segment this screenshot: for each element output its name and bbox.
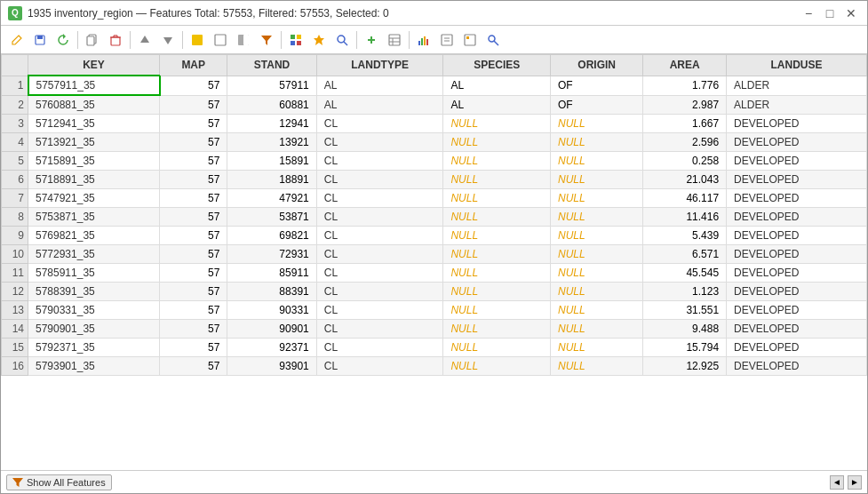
key-cell[interactable]: 5792371_35 — [28, 339, 160, 357]
landtype-column-header[interactable]: LANDTYPE — [316, 55, 443, 76]
table-row[interactable]: 125788391_355788391CLNULLNULL1.123DEVELO… — [2, 283, 867, 301]
origin-cell: NULL — [551, 227, 643, 245]
scroll-left-button[interactable]: ◄ — [830, 475, 844, 490]
key-column-header[interactable]: KEY — [28, 55, 160, 76]
key-cell[interactable]: 5715891_35 — [28, 152, 160, 171]
zoom-to-selection-button[interactable] — [331, 29, 353, 51]
stand-cell: 18891 — [227, 171, 316, 189]
key-cell[interactable]: 5718891_35 — [28, 171, 160, 189]
conditional-format-button[interactable] — [285, 29, 307, 51]
deselect-button[interactable] — [210, 29, 231, 51]
table-row[interactable]: 145790901_355790901CLNULLNULL9.488DEVELO… — [2, 320, 867, 339]
svg-rect-20 — [297, 41, 301, 45]
key-cell[interactable]: 5769821_35 — [28, 227, 160, 245]
table-row[interactable]: 115785911_355785911CLNULLNULL45.545DEVEL… — [2, 264, 867, 283]
svg-marker-10 — [140, 36, 149, 43]
stats-button[interactable] — [413, 29, 434, 51]
species-cell: AL — [443, 76, 551, 95]
landuse-cell: DEVELOPED — [727, 189, 867, 208]
table-row[interactable]: 165793901_355793901CLNULLNULL12.925DEVEL… — [2, 357, 867, 376]
area-cell: 6.571 — [643, 245, 727, 264]
move-up-button[interactable] — [134, 29, 155, 51]
row-number: 11 — [2, 264, 28, 283]
map-cell: 57 — [160, 95, 227, 115]
maximize-button[interactable]: □ — [821, 4, 839, 22]
invert-selection-button[interactable] — [233, 29, 254, 51]
origin-cell: NULL — [551, 357, 643, 376]
table-row[interactable]: 95769821_355769821CLNULLNULL5.439DEVELOP… — [2, 227, 867, 245]
table-row[interactable]: 35712941_355712941CLNULLNULL1.667DEVELOP… — [2, 115, 867, 133]
copy-selected-button[interactable] — [82, 29, 103, 51]
key-cell[interactable]: 5753871_35 — [28, 208, 160, 227]
table-row[interactable]: 55715891_355715891CLNULLNULL0.258DEVELOP… — [2, 152, 867, 171]
minimize-button[interactable]: − — [800, 4, 817, 22]
area-column-header[interactable]: AREA — [643, 55, 727, 76]
search-button[interactable] — [482, 29, 504, 51]
refresh-button[interactable] — [52, 29, 74, 51]
origin-column-header[interactable]: ORIGIN — [551, 55, 643, 76]
area-cell: 31.551 — [643, 301, 727, 320]
delete-button[interactable] — [105, 29, 126, 51]
table-row[interactable]: 75747921_355747921CLNULLNULL46.117DEVELO… — [2, 189, 867, 208]
table-row[interactable]: 135790331_355790331CLNULLNULL31.551DEVEL… — [2, 301, 867, 320]
edit-table-button[interactable] — [384, 29, 405, 51]
scroll-right-button[interactable]: ► — [848, 475, 862, 490]
table-container[interactable]: KEY MAP STAND LANDTYPE SPECIES ORIGIN AR… — [1, 54, 867, 470]
landuse-column-header[interactable]: LANDUSE — [727, 55, 867, 76]
save-button[interactable] — [29, 29, 51, 51]
conditional-styling-button[interactable] — [459, 29, 481, 51]
key-cell[interactable]: 5747921_35 — [28, 189, 160, 208]
landtype-cell: AL — [316, 76, 443, 95]
table-row[interactable]: 85753871_355753871CLNULLNULL11.416DEVELO… — [2, 208, 867, 227]
show-all-features-button[interactable]: Show All Features — [6, 474, 112, 490]
select-all-button[interactable] — [187, 29, 208, 51]
origin-cell: NULL — [551, 189, 643, 208]
key-cell[interactable]: 5790901_35 — [28, 320, 160, 339]
key-cell[interactable]: 5712941_35 — [28, 115, 160, 133]
species-cell: NULL — [443, 189, 551, 208]
species-cell: NULL — [443, 115, 551, 133]
origin-cell: NULL — [551, 152, 643, 171]
table-row[interactable]: 15757911_355757911ALALOF1.776ALDER — [2, 76, 867, 95]
edit-button[interactable] — [6, 29, 28, 51]
map-cell: 57 — [160, 357, 227, 376]
map-column-header[interactable]: MAP — [160, 55, 227, 76]
map-cell: 57 — [160, 171, 227, 189]
species-cell: NULL — [443, 301, 551, 320]
species-column-header[interactable]: SPECIES — [443, 55, 551, 76]
key-cell[interactable]: 5757911_35 — [28, 76, 160, 95]
area-cell: 2.987 — [643, 95, 727, 115]
table-row[interactable]: 65718891_355718891CLNULLNULL21.043DEVELO… — [2, 171, 867, 189]
stand-column-header[interactable]: STAND — [227, 55, 316, 76]
add-feature-button[interactable] — [361, 29, 382, 51]
filter-button[interactable] — [256, 29, 277, 51]
table-row[interactable]: 105772931_355772931CLNULLNULL6.571DEVELO… — [2, 245, 867, 264]
species-cell: NULL — [443, 133, 551, 152]
key-cell[interactable]: 5760881_35 — [28, 95, 160, 115]
key-cell[interactable]: 5785911_35 — [28, 264, 160, 283]
landtype-cell: CL — [316, 189, 443, 208]
stand-cell: 15891 — [227, 152, 316, 171]
row-number: 5 — [2, 152, 28, 171]
move-down-button[interactable] — [157, 29, 179, 51]
area-cell: 11.416 — [643, 208, 727, 227]
landuse-cell: DEVELOPED — [727, 283, 867, 301]
key-cell[interactable]: 5793901_35 — [28, 357, 160, 376]
key-cell[interactable]: 5788391_35 — [28, 283, 160, 301]
key-cell[interactable]: 5772931_35 — [28, 245, 160, 264]
svg-line-40 — [494, 41, 498, 45]
table-row[interactable]: 155792371_355792371CLNULLNULL15.794DEVEL… — [2, 339, 867, 357]
svg-rect-31 — [421, 38, 423, 45]
calc-button[interactable] — [436, 29, 458, 51]
svg-marker-11 — [163, 37, 172, 44]
action-button[interactable] — [308, 29, 330, 51]
key-cell[interactable]: 5790331_35 — [28, 301, 160, 320]
table-row[interactable]: 25760881_355760881ALALOF2.987ALDER — [2, 95, 867, 115]
sep2 — [130, 31, 131, 49]
map-cell: 57 — [160, 208, 227, 227]
table-row[interactable]: 45713921_355713921CLNULLNULL2.596DEVELOP… — [2, 133, 867, 152]
map-cell: 57 — [160, 76, 227, 95]
svg-marker-21 — [314, 35, 324, 45]
close-button[interactable]: ✕ — [842, 4, 860, 22]
key-cell[interactable]: 5713921_35 — [28, 133, 160, 152]
